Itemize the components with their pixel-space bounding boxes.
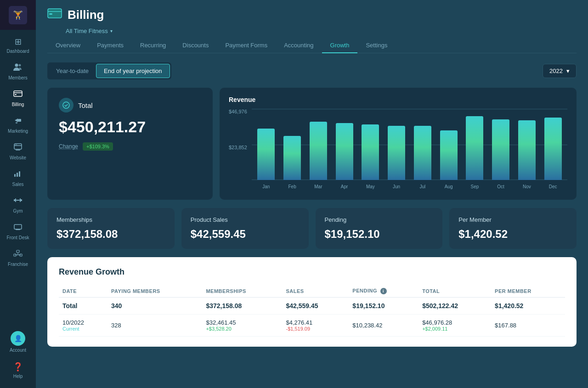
total-per-member: $1,420.52 [491,298,565,315]
bar-group-aug [436,109,461,180]
total-total: $502,122.42 [418,298,491,315]
row1-paying-members: 328 [107,315,202,337]
tab-settings[interactable]: Settings [357,38,396,53]
total-icon [59,98,74,112]
col-memberships: MEMBERSHIPS [202,285,282,298]
svg-rect-20 [16,200,20,201]
bar-group-jan [254,109,278,180]
y-label-top: $46,976 [229,109,247,114]
col-pending: PENDING i [349,285,418,298]
total-amount: $450,211.27 [59,118,201,136]
main-content: Billing All Time Fitness ▾ Overview Paym… [36,0,588,388]
svg-point-9 [15,144,16,145]
svg-rect-21 [14,225,22,229]
bar-group-jul [411,109,435,180]
x-label-aug: Aug [436,181,461,191]
sidebar-label-website: Website [10,155,26,160]
end-of-year-button[interactable]: End of year projection [96,64,170,78]
sidebar-item-account[interactable]: 👤 Account [0,326,36,357]
tab-payment-forms[interactable]: Payment Forms [217,38,276,53]
content-area: Year-to-date End of year projection 2022… [36,53,588,388]
metric-cards: Memberships $372,158.08 Product Sales $4… [47,208,577,249]
app-logo: 🏋 [9,6,27,24]
tab-payments[interactable]: Payments [89,38,132,53]
tab-accounting[interactable]: Accounting [276,38,322,53]
sidebar-item-franchise[interactable]: Franchise [0,245,36,271]
svg-point-0 [15,64,18,67]
bar-sep [466,116,483,180]
help-icon: ❓ [13,362,23,372]
metric-label-per-member: Per Member [458,216,567,223]
sidebar-item-frontdesk[interactable]: Front Desk [0,218,36,245]
svg-rect-16 [14,199,15,201]
billing-header-icon [47,7,62,23]
metric-value-memberships: $372,158.08 [57,228,165,241]
bar-mar [310,122,327,180]
chart-title: Revenue [229,96,567,103]
metric-label-pending: Pending [325,216,434,223]
svg-rect-5 [18,119,21,122]
y-label-mid: $23,852 [229,145,247,150]
x-label-feb: Feb [280,181,305,191]
frontdesk-icon [13,223,23,233]
x-label-jul: Jul [411,181,435,191]
bar-group-nov [515,109,539,180]
sidebar-item-marketing[interactable]: Marketing [0,112,36,138]
year-chevron-icon: ▾ [566,67,570,74]
svg-rect-31 [49,13,52,15]
sidebar-label-sales: Sales [12,182,23,187]
bar-apr [336,123,353,180]
year-to-date-button[interactable]: Year-to-date [49,64,96,78]
x-label-apr: Apr [332,181,356,191]
col-paying-members: PAYING MEMBERS [107,285,202,298]
metric-value-product-sales: $42,559.45 [191,228,300,241]
x-labels: JanFebMarAprMayJunJulAugSepOctNovDec [252,181,567,191]
nav-tabs: Overview Payments Recurring Discounts Pa… [47,38,577,53]
total-card: Total $450,211.27 Change +$109.3% [47,88,213,200]
org-name: All Time Fitness [66,28,108,34]
sidebar-nav: ⊞ Dashboard Members Billing Marketing [0,30,36,326]
bar-jul [414,126,431,180]
x-label-jan: Jan [254,181,278,191]
bar-oct [492,119,509,180]
sidebar-item-website[interactable]: Website [0,138,36,165]
bar-group-apr [332,109,356,180]
x-label-dec: Dec [541,181,565,191]
cards-row: Total $450,211.27 Change +$109.3% Revenu… [47,88,577,200]
bar-may [362,124,379,180]
metric-label-product-sales: Product Sales [191,216,300,223]
metric-value-per-member: $1,420.52 [458,228,567,241]
sidebar-label-marketing: Marketing [8,129,28,134]
sidebar-item-members[interactable]: Members [0,58,36,85]
chevron-down-icon: ▾ [110,28,113,34]
sidebar-item-help[interactable]: ❓ Help [0,357,36,383]
table-row-total: Total 340 $372,158.08 $42,559.45 $19,152… [59,298,565,315]
col-total: TOTAL [418,285,491,298]
bar-group-dec [541,109,565,180]
tab-recurring[interactable]: Recurring [132,38,174,53]
row1-pending: $10,238.42 [349,315,418,337]
metric-value-pending: $19,152.10 [325,228,434,241]
x-label-sep: Sep [463,181,487,191]
filter-buttons-group: Year-to-date End of year projection [47,62,171,79]
x-label-may: May [358,181,383,191]
total-memberships: $372,158.08 [202,298,282,315]
bar-jan [257,129,275,180]
svg-rect-24 [17,250,19,253]
sidebar-item-dashboard[interactable]: ⊞ Dashboard [0,32,36,58]
svg-rect-6 [16,122,17,124]
tab-overview[interactable]: Overview [47,38,89,53]
account-icon: 👤 [11,331,25,346]
bar-group-feb [280,109,305,180]
sidebar-item-gym[interactable]: Gym [0,191,36,218]
svg-rect-19 [20,198,21,202]
franchise-icon [13,249,23,260]
tab-discounts[interactable]: Discounts [174,38,217,53]
year-selector[interactable]: 2022 ▾ [543,64,577,78]
sidebar-item-sales[interactable]: Sales [0,165,36,191]
tab-growth[interactable]: Growth [322,38,358,53]
bar-group-mar [306,109,331,180]
sidebar-item-billing[interactable]: Billing [0,85,36,112]
svg-rect-12 [14,174,16,177]
org-selector[interactable]: All Time Fitness ▾ [66,28,577,34]
